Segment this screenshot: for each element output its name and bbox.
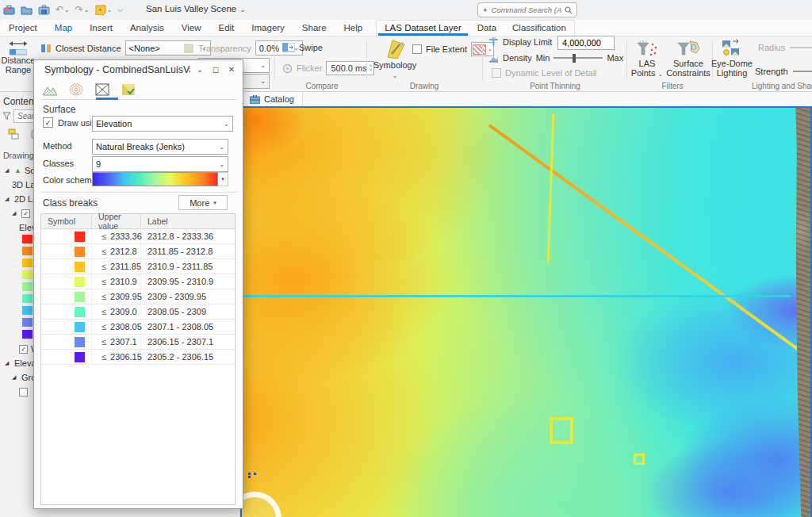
tab-project[interactable]: Project	[0, 21, 46, 36]
open-project-icon[interactable]	[21, 5, 33, 15]
symbol-cell[interactable]	[41, 244, 92, 258]
upper-value-cell[interactable]: ≤2307.1	[92, 335, 141, 349]
symbol-cell[interactable]	[41, 335, 92, 349]
upper-value-cell[interactable]: ≤2309.0	[92, 304, 141, 319]
class-swatch	[75, 262, 85, 272]
tab-data[interactable]: Data	[469, 21, 504, 36]
tab-map[interactable]: Map	[46, 21, 81, 36]
flicker-duration-spinner[interactable]: 500.0 ms ˄˅	[326, 61, 374, 75]
catalog-view-tab[interactable]: Catalog	[243, 92, 303, 106]
expander-icon[interactable]: ◢	[5, 167, 11, 174]
swipe-button[interactable]: Swipe	[282, 43, 323, 52]
symbol-cell[interactable]	[41, 229, 92, 243]
tab-view[interactable]: View	[173, 21, 210, 36]
symbol-cell[interactable]	[41, 259, 92, 274]
label-cell[interactable]: 2309 - 2309.95	[141, 289, 235, 304]
label-cell[interactable]: 2306.15 - 2307.1	[141, 335, 235, 349]
pane-menu-icon[interactable]: ⌄	[193, 65, 206, 74]
class-break-row[interactable]: ≤2311.852310.9 - 2311.85	[41, 259, 235, 274]
label-cell[interactable]: 2310.9 - 2311.85	[141, 259, 235, 274]
upper-value-cell[interactable]: ≤2312.8	[92, 244, 141, 258]
distance-range-button[interactable]: Distance Range	[3, 38, 33, 75]
command-search-input[interactable]	[492, 6, 561, 14]
redo-icon[interactable]: ↷⌄	[75, 4, 90, 15]
class-break-row[interactable]: ≤2312.82311.85 - 2312.8	[41, 244, 235, 259]
pane-dock-icon[interactable]: ◻	[209, 65, 222, 74]
title-caret-icon[interactable]: ⌄	[239, 6, 246, 13]
eye-dome-lighting-button[interactable]: Eye-Dome Lighting	[709, 38, 755, 78]
expander-icon[interactable]: ◢	[12, 374, 18, 381]
method-select[interactable]: Natural Breaks (Jenks)⌄	[92, 139, 228, 155]
class-break-row[interactable]: ≤2306.152305.2 - 2306.15	[41, 350, 235, 365]
new-project-icon[interactable]	[3, 5, 15, 15]
symbol-cell[interactable]	[41, 350, 92, 364]
expander-icon[interactable]: ◢	[5, 196, 11, 202]
radius-slider[interactable]	[790, 43, 812, 52]
tab-insert[interactable]: Insert	[81, 21, 121, 36]
upper-value-cell[interactable]: ≤2310.9	[92, 274, 141, 289]
layer-checkbox[interactable]: ✓	[19, 345, 28, 354]
dynamic-lod-checkbox[interactable]	[492, 68, 501, 78]
save-project-icon[interactable]	[38, 5, 50, 15]
classes-select[interactable]: 9⌄	[92, 156, 228, 172]
display-limit-input[interactable]	[557, 36, 615, 50]
pane-close-icon[interactable]: ✕	[225, 65, 238, 74]
layer-checkbox[interactable]: ✓	[21, 209, 30, 218]
surface-symbology-tab[interactable]	[119, 81, 138, 98]
tab-analysis[interactable]: Analysis	[121, 21, 173, 36]
map-navigator[interactable]	[240, 492, 282, 517]
tab-help[interactable]: Help	[335, 21, 372, 36]
layer-checkbox[interactable]	[19, 388, 28, 396]
symbol-cell[interactable]	[41, 320, 92, 334]
add-notes-icon[interactable]: + ⌄	[95, 5, 113, 15]
tab-las-dataset-layer[interactable]: LAS Dataset Layer	[377, 21, 469, 36]
undo-icon[interactable]: ↶⌄	[56, 4, 70, 15]
tab-edit[interactable]: Edit	[209, 21, 243, 36]
class-break-row[interactable]: ≤2310.92309.95 - 2310.9	[41, 274, 235, 289]
tab-imagery[interactable]: Imagery	[243, 21, 293, 36]
symbol-cell[interactable]	[41, 274, 92, 289]
class-break-row[interactable]: ≤2309.02308.05 - 2309	[41, 304, 235, 320]
color-scheme-caret-icon[interactable]: ▾	[218, 172, 228, 186]
color-scheme-row: Color scheme	[43, 175, 97, 185]
file-extent-checkbox[interactable]	[412, 44, 422, 54]
label-cell[interactable]: 2311.85 - 2312.8	[141, 244, 235, 258]
class-break-row[interactable]: ≤2333.362312.8 - 2333.36	[41, 229, 235, 244]
qat-customize-icon[interactable]: ⌵	[117, 6, 123, 14]
label-cell[interactable]: 2309.95 - 2310.9	[141, 274, 235, 289]
symbol-cell[interactable]	[41, 304, 92, 319]
list-by-drawing-order-icon[interactable]	[8, 128, 21, 140]
expander-icon[interactable]: ◢	[5, 360, 11, 366]
draw-using-select[interactable]: Elevation⌄	[92, 116, 233, 132]
more-button[interactable]: More▾	[178, 195, 228, 210]
upper-value-cell[interactable]: ≤2306.15	[92, 350, 141, 364]
las-points-funnel-icon	[635, 38, 659, 59]
expander-icon[interactable]: ◢	[12, 210, 18, 216]
map-canvas[interactable]	[242, 108, 810, 517]
label-cell[interactable]: 2305.2 - 2306.15	[141, 350, 235, 364]
draw-using-checkbox[interactable]: ✓	[43, 117, 53, 128]
strength-slider[interactable]	[793, 67, 812, 76]
symbol-cell[interactable]	[41, 289, 92, 304]
upper-value-cell[interactable]: ≤2333.36	[92, 229, 141, 243]
label-cell[interactable]: 2307.1 - 2308.05	[141, 320, 235, 334]
class-break-row[interactable]: ≤2308.052307.1 - 2308.05	[41, 320, 235, 335]
label-cell[interactable]: 2312.8 - 2333.36	[141, 229, 235, 243]
surface-constraints-button[interactable]: Surface Constraints	[665, 38, 712, 78]
las-points-button[interactable]: LAS Points ⌄	[630, 38, 665, 79]
tab-share[interactable]: Share	[293, 21, 335, 36]
tab-classification[interactable]: Classification	[504, 21, 574, 36]
density-slider[interactable]	[553, 53, 603, 63]
class-break-row[interactable]: ≤2307.12306.15 - 2307.1	[41, 335, 235, 350]
label-cell[interactable]: 2308.05 - 2309	[141, 304, 235, 319]
points-symbology-tab[interactable]	[40, 81, 59, 98]
command-search[interactable]: ✦	[477, 2, 577, 17]
class-break-row[interactable]: ≤2309.952309 - 2309.95	[41, 289, 235, 304]
edges-symbology-tab[interactable]	[93, 81, 112, 98]
upper-value-cell[interactable]: ≤2311.85	[92, 259, 141, 274]
color-scheme-picker[interactable]: ▾	[92, 172, 228, 186]
contours-symbology-tab[interactable]	[67, 81, 86, 98]
filter-icon[interactable]	[2, 112, 11, 121]
upper-value-cell[interactable]: ≤2308.05	[92, 320, 141, 334]
upper-value-cell[interactable]: ≤2309.95	[92, 289, 141, 304]
